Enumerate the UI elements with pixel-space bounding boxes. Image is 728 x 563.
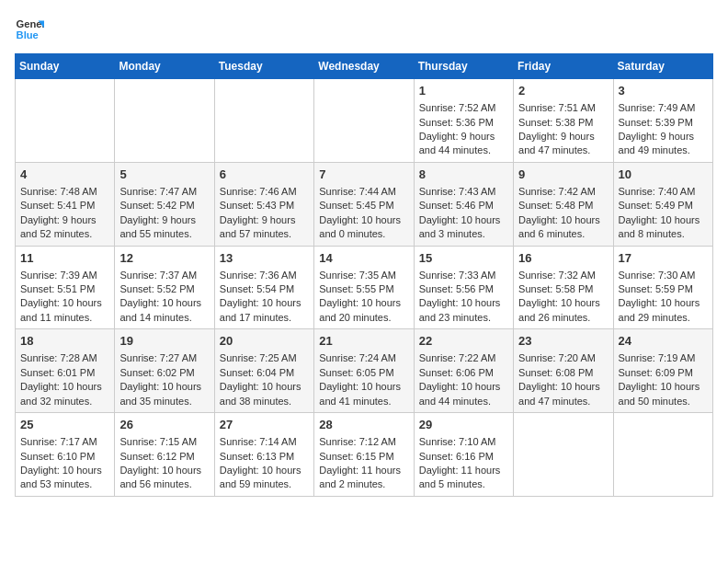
calendar-cell: 5Sunrise: 7:47 AMSunset: 5:42 PMDaylight… bbox=[115, 162, 214, 246]
sunrise-text: Sunrise: 7:30 AM bbox=[619, 270, 696, 281]
day-number: 4 bbox=[20, 167, 109, 183]
daylight-text: Daylight: 10 hours and 20 minutes. bbox=[319, 297, 401, 322]
sunset-text: Sunset: 5:58 PM bbox=[518, 283, 593, 294]
daylight-text: Daylight: 10 hours and 35 minutes. bbox=[119, 381, 201, 406]
calendar-cell bbox=[514, 413, 613, 497]
day-number: 6 bbox=[220, 167, 309, 183]
sunset-text: Sunset: 5:36 PM bbox=[419, 117, 494, 128]
sunrise-text: Sunrise: 7:40 AM bbox=[619, 186, 696, 197]
calendar-cell: 8Sunrise: 7:43 AMSunset: 5:46 PMDaylight… bbox=[414, 162, 513, 246]
sunrise-text: Sunrise: 7:33 AM bbox=[419, 270, 496, 281]
sunrise-text: Sunrise: 7:43 AM bbox=[419, 186, 496, 197]
daylight-text: Daylight: 10 hours and 8 minutes. bbox=[619, 214, 700, 239]
sunrise-text: Sunrise: 7:25 AM bbox=[220, 352, 297, 363]
day-number: 26 bbox=[119, 417, 209, 433]
sunrise-text: Sunrise: 7:24 AM bbox=[319, 352, 396, 363]
day-number: 25 bbox=[20, 417, 109, 433]
day-header-monday: Monday bbox=[115, 54, 214, 79]
sunset-text: Sunset: 5:43 PM bbox=[220, 200, 294, 211]
daylight-text: Daylight: 9 hours and 57 minutes. bbox=[220, 214, 296, 239]
calendar-cell: 14Sunrise: 7:35 AMSunset: 5:55 PMDayligh… bbox=[314, 246, 414, 329]
week-row-1: 1Sunrise: 7:52 AMSunset: 5:36 PMDaylight… bbox=[16, 79, 713, 163]
sunrise-text: Sunrise: 7:15 AM bbox=[119, 436, 197, 447]
day-number: 9 bbox=[518, 167, 608, 183]
sunset-text: Sunset: 6:15 PM bbox=[319, 451, 393, 462]
sunset-text: Sunset: 5:55 PM bbox=[319, 283, 393, 294]
sunrise-text: Sunrise: 7:48 AM bbox=[20, 186, 97, 197]
calendar-cell: 24Sunrise: 7:19 AMSunset: 6:09 PMDayligh… bbox=[613, 329, 712, 413]
daylight-text: Daylight: 10 hours and 17 minutes. bbox=[220, 297, 301, 322]
svg-text:General: General bbox=[17, 18, 44, 29]
sunrise-text: Sunrise: 7:42 AM bbox=[518, 186, 596, 197]
daylight-text: Daylight: 9 hours and 47 minutes. bbox=[518, 131, 595, 155]
day-number: 27 bbox=[220, 417, 309, 433]
calendar-cell: 20Sunrise: 7:25 AMSunset: 6:04 PMDayligh… bbox=[214, 329, 313, 413]
day-number: 22 bbox=[419, 333, 508, 350]
calendar-cell: 10Sunrise: 7:40 AMSunset: 5:49 PMDayligh… bbox=[613, 162, 712, 246]
daylight-text: Daylight: 10 hours and 47 minutes. bbox=[518, 381, 600, 406]
day-number: 2 bbox=[518, 83, 608, 99]
calendar-cell: 2Sunrise: 7:51 AMSunset: 5:38 PMDaylight… bbox=[514, 79, 613, 163]
sunrise-text: Sunrise: 7:12 AM bbox=[319, 436, 396, 447]
day-number: 23 bbox=[518, 333, 608, 350]
sunrise-text: Sunrise: 7:22 AM bbox=[419, 352, 496, 363]
daylight-text: Daylight: 10 hours and 6 minutes. bbox=[518, 214, 600, 239]
day-number: 16 bbox=[518, 250, 608, 267]
week-row-2: 4Sunrise: 7:48 AMSunset: 5:41 PMDaylight… bbox=[16, 162, 713, 246]
day-number: 11 bbox=[20, 250, 109, 267]
calendar-cell: 6Sunrise: 7:46 AMSunset: 5:43 PMDaylight… bbox=[214, 162, 313, 246]
sunrise-text: Sunrise: 7:51 AM bbox=[518, 102, 596, 113]
day-number: 3 bbox=[619, 83, 708, 99]
sunrise-text: Sunrise: 7:47 AM bbox=[119, 186, 197, 197]
sunrise-text: Sunrise: 7:49 AM bbox=[619, 102, 696, 113]
week-row-3: 11Sunrise: 7:39 AMSunset: 5:51 PMDayligh… bbox=[16, 246, 713, 329]
calendar-cell: 7Sunrise: 7:44 AMSunset: 5:45 PMDaylight… bbox=[314, 162, 414, 246]
calendar-cell bbox=[115, 79, 214, 163]
sunset-text: Sunset: 5:38 PM bbox=[518, 117, 593, 128]
day-number: 8 bbox=[419, 167, 508, 183]
sunset-text: Sunset: 6:06 PM bbox=[419, 367, 494, 378]
day-header-saturday: Saturday bbox=[613, 54, 712, 79]
sunrise-text: Sunrise: 7:37 AM bbox=[119, 270, 197, 281]
sunset-text: Sunset: 5:56 PM bbox=[419, 283, 494, 294]
sunrise-text: Sunrise: 7:32 AM bbox=[518, 270, 596, 281]
day-number: 28 bbox=[319, 417, 408, 433]
calendar-cell: 1Sunrise: 7:52 AMSunset: 5:36 PMDaylight… bbox=[414, 79, 513, 163]
day-number: 7 bbox=[319, 167, 408, 183]
sunset-text: Sunset: 6:01 PM bbox=[20, 367, 95, 378]
daylight-text: Daylight: 10 hours and 23 minutes. bbox=[419, 297, 501, 322]
daylight-text: Daylight: 10 hours and 50 minutes. bbox=[619, 381, 700, 406]
svg-text:Blue: Blue bbox=[17, 29, 39, 40]
sunrise-text: Sunrise: 7:10 AM bbox=[419, 436, 496, 447]
calendar-cell: 18Sunrise: 7:28 AMSunset: 6:01 PMDayligh… bbox=[16, 329, 115, 413]
calendar-cell: 25Sunrise: 7:17 AMSunset: 6:10 PMDayligh… bbox=[16, 413, 115, 497]
day-number: 20 bbox=[220, 333, 309, 350]
week-row-4: 18Sunrise: 7:28 AMSunset: 6:01 PMDayligh… bbox=[16, 329, 713, 413]
calendar-cell: 21Sunrise: 7:24 AMSunset: 6:05 PMDayligh… bbox=[314, 329, 414, 413]
sunset-text: Sunset: 5:49 PM bbox=[619, 200, 693, 211]
day-number: 17 bbox=[619, 250, 708, 267]
sunset-text: Sunset: 5:54 PM bbox=[220, 283, 294, 294]
logo: General Blue bbox=[15, 15, 44, 44]
sunset-text: Sunset: 6:16 PM bbox=[419, 451, 494, 462]
calendar-cell: 17Sunrise: 7:30 AMSunset: 5:59 PMDayligh… bbox=[613, 246, 712, 329]
daylight-text: Daylight: 10 hours and 3 minutes. bbox=[419, 214, 501, 239]
day-number: 14 bbox=[319, 250, 408, 267]
sunset-text: Sunset: 5:51 PM bbox=[20, 283, 95, 294]
sunset-text: Sunset: 5:48 PM bbox=[518, 200, 593, 211]
day-header-thursday: Thursday bbox=[414, 54, 513, 79]
calendar-cell: 26Sunrise: 7:15 AMSunset: 6:12 PMDayligh… bbox=[115, 413, 214, 497]
day-header-friday: Friday bbox=[514, 54, 613, 79]
day-number: 13 bbox=[220, 250, 309, 267]
sunset-text: Sunset: 5:45 PM bbox=[319, 200, 393, 211]
sunrise-text: Sunrise: 7:14 AM bbox=[220, 436, 297, 447]
daylight-text: Daylight: 9 hours and 49 minutes. bbox=[619, 131, 695, 155]
calendar-cell: 16Sunrise: 7:32 AMSunset: 5:58 PMDayligh… bbox=[514, 246, 613, 329]
day-number: 12 bbox=[119, 250, 209, 267]
sunset-text: Sunset: 6:04 PM bbox=[220, 367, 294, 378]
sunset-text: Sunset: 6:10 PM bbox=[20, 451, 95, 462]
day-number: 19 bbox=[119, 333, 209, 350]
daylight-text: Daylight: 11 hours and 5 minutes. bbox=[419, 465, 501, 489]
sunrise-text: Sunrise: 7:44 AM bbox=[319, 186, 396, 197]
sunrise-text: Sunrise: 7:17 AM bbox=[20, 436, 97, 447]
